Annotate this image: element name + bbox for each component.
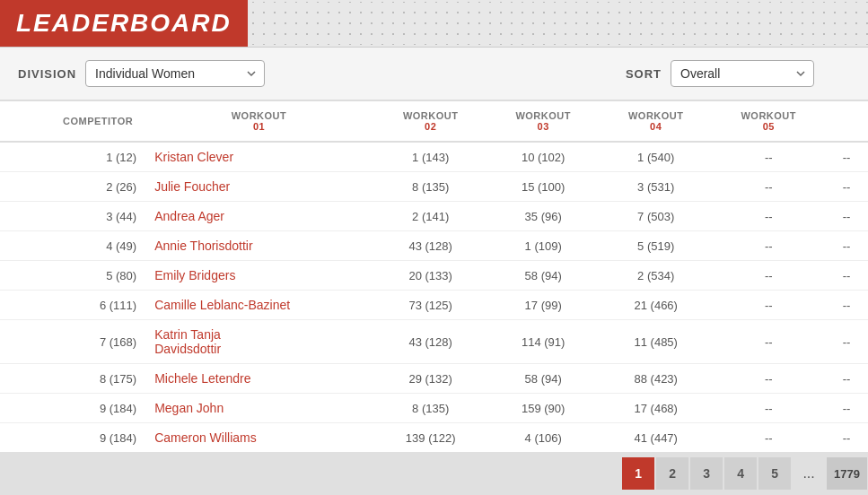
workout03-cell: 21 (466)	[600, 291, 713, 320]
page-1-button[interactable]: 1	[622, 457, 654, 490]
workout04-cell: --	[712, 364, 825, 394]
competitor-name[interactable]: Annie Thorisdottir	[144, 231, 374, 261]
workout05-cell: --	[825, 172, 868, 202]
workout01-cell: 139 (122)	[374, 423, 487, 453]
competitor-name[interactable]: Katrin TanjaDavidsdottir	[144, 320, 374, 364]
table-row: 3 (44)Andrea Ager2 (141)35 (96)7 (503)--…	[0, 202, 868, 231]
workout04-header: WORKOUT 04	[600, 101, 713, 142]
workout03-header: WORKOUT 03	[487, 101, 600, 142]
table-row: 8 (175)Michele Letendre29 (132)58 (94)88…	[0, 364, 868, 394]
workout05-cell: --	[825, 291, 868, 320]
table-row: 1 (12)Kristan Clever1 (143)10 (102)1 (54…	[0, 142, 868, 172]
workout03-cell: 5 (519)	[600, 231, 713, 261]
header-logo: LEADERBOARD	[0, 0, 248, 47]
page-2-button[interactable]: 2	[656, 457, 688, 490]
workout02-cell: 15 (100)	[487, 172, 600, 202]
workout05-cell: --	[825, 364, 868, 394]
division-label: DIVISION	[18, 67, 76, 81]
workout01-cell: 43 (128)	[374, 231, 487, 261]
workout03-cell: 2 (534)	[600, 261, 713, 291]
page-5-button[interactable]: 5	[758, 457, 791, 490]
last-page-button[interactable]: 1779	[827, 457, 867, 490]
workout05-cell: --	[825, 423, 868, 453]
table-row: 6 (111)Camille Leblanc-Bazinet73 (125)17…	[0, 291, 868, 320]
rank-cell: 3 (44)	[0, 202, 144, 231]
rank-cell: 9 (184)	[0, 394, 144, 423]
workout04-cell: --	[712, 291, 825, 320]
workout03-cell: 41 (447)	[600, 423, 713, 453]
workout01-cell: 2 (141)	[374, 202, 487, 231]
workout02-cell: 4 (106)	[487, 423, 600, 453]
workout01-cell: 43 (128)	[374, 320, 487, 364]
competitor-name[interactable]: Megan John	[144, 394, 374, 423]
competitor-name[interactable]: Kristan Clever	[144, 142, 374, 172]
workout03-cell: 17 (468)	[600, 394, 713, 423]
sort-select[interactable]: Overall	[671, 60, 814, 87]
rank-cell: 5 (80)	[0, 261, 144, 291]
workout05-header: WORKOUT 05	[712, 101, 825, 142]
workout04-cell: --	[712, 261, 825, 291]
division-select[interactable]: Individual Women	[85, 60, 265, 87]
workout02-cell: 58 (94)	[487, 261, 600, 291]
workout04-cell: --	[712, 423, 825, 453]
page-3-button[interactable]: 3	[690, 457, 723, 490]
rank-cell: 4 (49)	[0, 231, 144, 261]
leaderboard-table-container: COMPETITOR WORKOUT 01 WORKOUT 02 WORKOUT…	[0, 101, 868, 452]
workout04-cell: --	[712, 231, 825, 261]
table-row: 2 (26)Julie Foucher8 (135)15 (100)3 (531…	[0, 172, 868, 202]
rank-cell: 7 (168)	[0, 320, 144, 364]
workout02-cell: 159 (90)	[487, 394, 600, 423]
workout05-cell: --	[825, 394, 868, 423]
division-control: DIVISION Individual Women	[18, 60, 265, 87]
workout05-cell: --	[825, 202, 868, 231]
workout01-header: WORKOUT 01	[144, 101, 374, 142]
controls-bar: DIVISION Individual Women SORT Overall	[0, 48, 868, 101]
workout01-cell: 8 (135)	[374, 394, 487, 423]
workout02-cell: 10 (102)	[487, 142, 600, 172]
workout02-cell: 35 (96)	[487, 202, 600, 231]
workout05-cell: --	[825, 261, 868, 291]
workout03-cell: 3 (531)	[600, 172, 713, 202]
competitor-name[interactable]: Andrea Ager	[144, 202, 374, 231]
rank-cell: 9 (184)	[0, 423, 144, 453]
workout03-cell: 88 (423)	[600, 364, 713, 394]
sort-control: SORT Overall	[626, 60, 814, 87]
competitor-name[interactable]: Emily Bridgers	[144, 261, 374, 291]
workout05-cell: --	[825, 142, 868, 172]
workout01-cell: 8 (135)	[374, 172, 487, 202]
workout02-cell: 58 (94)	[487, 364, 600, 394]
workout01-cell: 29 (132)	[374, 364, 487, 394]
workout01-cell: 73 (125)	[374, 291, 487, 320]
workout02-header: WORKOUT 02	[374, 101, 487, 142]
workout01-cell: 20 (133)	[374, 261, 487, 291]
rank-cell: 8 (175)	[0, 364, 144, 394]
workout02-cell: 114 (91)	[487, 320, 600, 364]
table-row: 9 (184)Megan John8 (135)159 (90)17 (468)…	[0, 394, 868, 423]
competitor-name[interactable]: Michele Letendre	[144, 364, 374, 394]
competitor-header: COMPETITOR	[0, 101, 144, 142]
competitor-name[interactable]: Julie Foucher	[144, 172, 374, 202]
table-header: COMPETITOR WORKOUT 01 WORKOUT 02 WORKOUT…	[0, 101, 868, 142]
workout02-cell: 17 (99)	[487, 291, 600, 320]
table-row: 7 (168)Katrin TanjaDavidsdottir43 (128)1…	[0, 320, 868, 364]
page-4-button[interactable]: 4	[724, 457, 757, 490]
workout04-cell: --	[712, 320, 825, 364]
leaderboard-table: COMPETITOR WORKOUT 01 WORKOUT 02 WORKOUT…	[0, 101, 868, 452]
table-row: 4 (49)Annie Thorisdottir43 (128)1 (109)5…	[0, 231, 868, 261]
workout05-cell: --	[825, 231, 868, 261]
workout03-cell: 11 (485)	[600, 320, 713, 364]
workout04-cell: --	[712, 172, 825, 202]
rank-cell: 1 (12)	[0, 142, 144, 172]
rank-cell: 2 (26)	[0, 172, 144, 202]
pagination-bar: 1 2 3 4 5 ... 1779	[0, 452, 868, 495]
workout02-cell: 1 (109)	[487, 231, 600, 261]
pagination-ellipsis: ...	[793, 457, 825, 490]
workout05-cell: --	[825, 320, 868, 364]
workout04-cell: --	[712, 142, 825, 172]
table-body: 1 (12)Kristan Clever1 (143)10 (102)1 (54…	[0, 142, 868, 452]
competitor-name[interactable]: Camille Leblanc-Bazinet	[144, 291, 374, 320]
header-bar: LEADERBOARD	[0, 0, 868, 48]
table-row: 9 (184)Cameron Williams139 (122)4 (106)4…	[0, 423, 868, 453]
competitor-name[interactable]: Cameron Williams	[144, 423, 374, 453]
workout04-cell: --	[712, 202, 825, 231]
